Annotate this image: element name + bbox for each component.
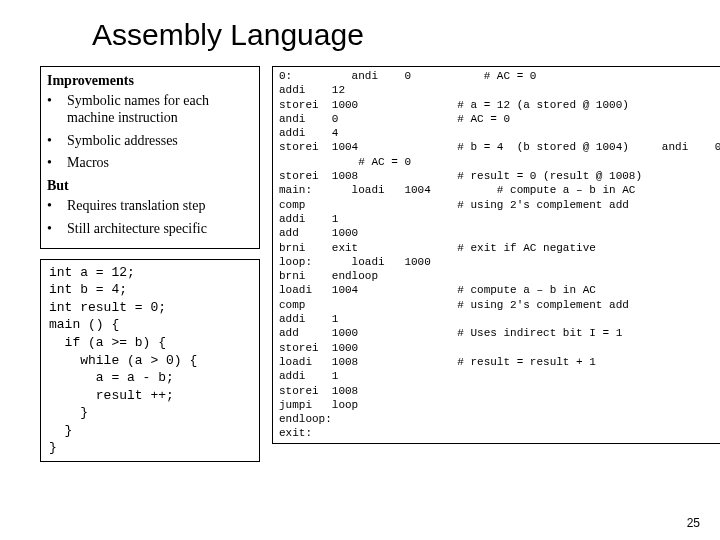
improvements-list: •Symbolic names for each machine instruc… (47, 93, 253, 172)
improvements-heading: Improvements (47, 73, 253, 89)
right-column: 0: andi 0 # AC = 0 addi 12 storei 1000 #… (272, 66, 720, 444)
c-code-box: int a = 12; int b = 4; int result = 0; m… (40, 259, 260, 462)
list-item: •Symbolic names for each machine instruc… (47, 93, 253, 127)
but-heading: But (47, 178, 253, 194)
content-columns: Improvements •Symbolic names for each ma… (40, 66, 696, 462)
page-number: 25 (687, 516, 700, 530)
list-item: •Still architecture specific (47, 221, 253, 238)
asm-code-box: 0: andi 0 # AC = 0 addi 12 storei 1000 #… (272, 66, 720, 444)
list-item: •Symbolic addresses (47, 133, 253, 150)
list-item: •Macros (47, 155, 253, 172)
left-column: Improvements •Symbolic names for each ma… (40, 66, 260, 462)
improvements-box: Improvements •Symbolic names for each ma… (40, 66, 260, 249)
list-item: •Requires translation step (47, 198, 253, 215)
page-title: Assembly Language (92, 18, 696, 52)
but-list: •Requires translation step •Still archit… (47, 198, 253, 238)
